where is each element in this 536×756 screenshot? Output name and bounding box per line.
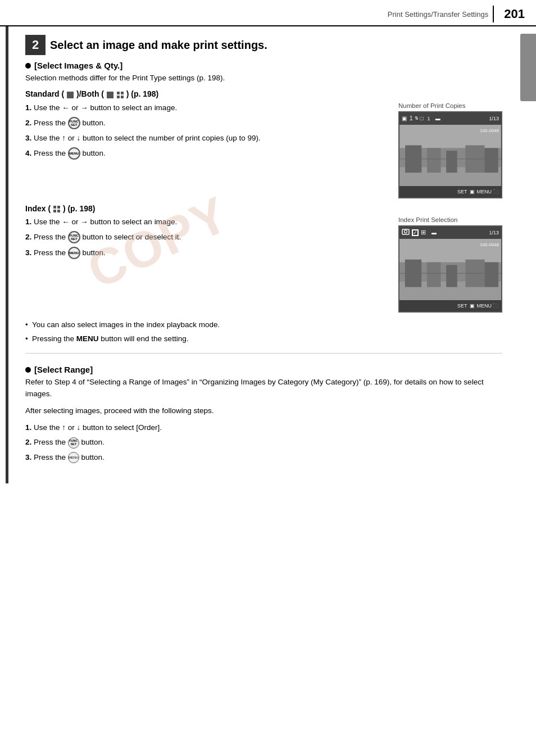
range-step-3: 3. Press the MENU button. [25, 452, 502, 463]
standard-header: Standard ( )/Both ( ) (p. 198) [25, 89, 502, 98]
index-icon [53, 205, 61, 213]
standard-steps-with-image: 1. Use the ← or → button to select an im… [25, 102, 502, 198]
cam-frame-count: 1/13 [489, 116, 499, 121]
cam-file-number: 100-0048 [480, 125, 499, 134]
menu-label: MENU [477, 189, 492, 194]
menu-btn-2: MENU [68, 247, 80, 259]
camera-icon-svg [402, 228, 410, 236]
camera-top-bar: ▣ 1 ⇅ □ 1 ▬ 1/13 [399, 112, 501, 125]
index-steps-container: 1. Use the ← or → button to select an im… [25, 216, 502, 313]
standard-step-3: 3. Use the ↑ or ↓ button to select the n… [25, 133, 390, 144]
step-header: 2 Select an image and make print setting… [25, 35, 502, 55]
index-header: Index ( ) (p. 198) [25, 204, 502, 213]
range-step-2: 2. Press the FUNC SET button. [25, 437, 502, 448]
index-section: Index ( ) (p. 198) 1. Use the ← or → but… [25, 204, 502, 313]
select-range-after: After selecting images, proceed with the… [25, 405, 502, 417]
menu-btn-1: MENU [68, 147, 80, 160]
svg-rect-19 [57, 210, 60, 212]
select-range-desc: Refer to Step 4 of “Selecting a Range of… [25, 377, 502, 400]
index-step-3: 3. Press the MENU button. [25, 247, 390, 259]
index-end-icon: ⬛ [493, 303, 499, 309]
index-file-number: 100-0048 [480, 239, 499, 248]
cam-single-icon: □ [420, 115, 424, 121]
note-2: Pressing the MENU button will end the se… [25, 333, 502, 345]
select-images-qty-label: [Select Images & Qty.] [34, 61, 122, 70]
index-frame-count: 1/13 [489, 230, 499, 236]
step-number: 2 [25, 35, 46, 55]
cam-end-icon: ⬛ [493, 189, 499, 194]
menu-btn-3: MENU [68, 452, 79, 463]
battery-icon-2: ▬ [431, 230, 437, 236]
svg-rect-4 [117, 96, 120, 98]
page-header: Print Settings/Transfer Settings 201 [0, 0, 536, 26]
svg-rect-25 [427, 262, 440, 287]
svg-rect-1 [107, 92, 113, 98]
svg-rect-2 [117, 92, 120, 94]
set-label: SET [457, 189, 467, 194]
select-range-label: [Select Range] [34, 365, 93, 374]
func-btn-3: FUNC SET [68, 437, 79, 449]
standard-camera-label: Number of Print Copies [398, 102, 502, 109]
cam-mode-icon-2 [402, 228, 410, 237]
index-menu-label: MENU [477, 303, 492, 309]
camera-bottom-bar: SET ▣ MENU ⬛ [399, 186, 501, 197]
cam-mode-icon: ▣ [402, 115, 407, 121]
bullet-icon-2 [25, 367, 31, 373]
standard-section: Standard ( )/Both ( ) (p. 198) 1. Use th… [25, 89, 502, 198]
svg-rect-14 [484, 148, 498, 173]
index-steps-list: 1. Use the ← or → button to select an im… [25, 216, 390, 262]
index-bottom-bar: SET ▣ MENU ⬛ [399, 300, 501, 311]
svg-rect-11 [427, 148, 440, 173]
select-images-qty-header: [Select Images & Qty.] [25, 61, 502, 70]
index-btn-icon: ▣ [470, 303, 475, 309]
main-content: 2 Select an image and make print setting… [6, 26, 519, 483]
svg-rect-17 [57, 206, 60, 209]
cam-single-count: 1 [428, 116, 430, 121]
index-camera-image: ⊞ ▬ 1/13 100-0048 SET ▣ MENU [398, 225, 502, 313]
index-step-1: 1. Use the ← or → button to select an im… [25, 216, 390, 228]
index-camera-screen: Index Print Selection [398, 216, 502, 313]
standard-camera-screen: Number of Print Copies [398, 102, 502, 198]
svg-rect-26 [446, 265, 457, 287]
index-top-bar: ⊞ ▬ 1/13 [399, 227, 501, 239]
section-title: Print Settings/Transfer Settings [388, 10, 488, 19]
svg-point-31 [405, 230, 407, 233]
standard-icon [66, 91, 74, 99]
section-divider [25, 353, 502, 354]
or-text: or [136, 233, 143, 241]
both-icon2 [116, 91, 124, 99]
func-btn-2: FUNC SET [68, 231, 80, 243]
standard-camera-image: ▣ 1 ⇅ □ 1 ▬ 1/13 100-0048 [398, 111, 502, 198]
note-1: You can also select images in the index … [25, 319, 502, 331]
select-range-section: [Select Range] Refer to Step 4 of “Selec… [25, 365, 502, 463]
battery-icon: ▬ [435, 116, 440, 121]
checkmark-icon [412, 229, 419, 236]
standard-step-2: 2. Press the FUNC SET button. [25, 117, 390, 129]
svg-rect-28 [485, 262, 498, 287]
standard-step-4: 4. Press the MENU button. [25, 147, 390, 160]
range-step-1: 1. Use the ↑ or ↓ button to select [Orde… [25, 422, 502, 433]
select-images-desc: Selection methods differ for the Print T… [25, 73, 502, 84]
index-step-2: 2. Press the FUNC SET button to select o… [25, 231, 390, 243]
svg-rect-3 [121, 92, 124, 94]
cam-print-count: 1 [410, 115, 413, 121]
both-icon1 [106, 91, 114, 99]
standard-steps-list: 1. Use the ← or → button to select an im… [25, 102, 390, 198]
svg-rect-18 [53, 210, 56, 212]
svg-rect-16 [53, 206, 56, 209]
bullet-icon [25, 63, 31, 69]
svg-rect-12 [446, 151, 457, 173]
cam-btn-icon: ▣ [470, 189, 475, 194]
grid-icon: ⊞ [421, 229, 426, 236]
header-divider [493, 6, 494, 22]
index-camera-label: Index Print Selection [398, 216, 502, 223]
page-container: Print Settings/Transfer Settings 201 COP… [0, 0, 536, 756]
sidebar-tab [520, 34, 536, 101]
standard-step-1: 1. Use the ← or → button to select an im… [25, 102, 390, 114]
index-set-label: SET [457, 303, 467, 309]
cam-arrows: ⇅ [415, 116, 419, 121]
svg-rect-0 [67, 92, 74, 98]
notes-section: You can also select images in the index … [25, 319, 502, 345]
select-range-steps: 1. Use the ↑ or ↓ button to select [Orde… [25, 422, 502, 463]
func-btn-1: FUNC SET [68, 117, 80, 129]
